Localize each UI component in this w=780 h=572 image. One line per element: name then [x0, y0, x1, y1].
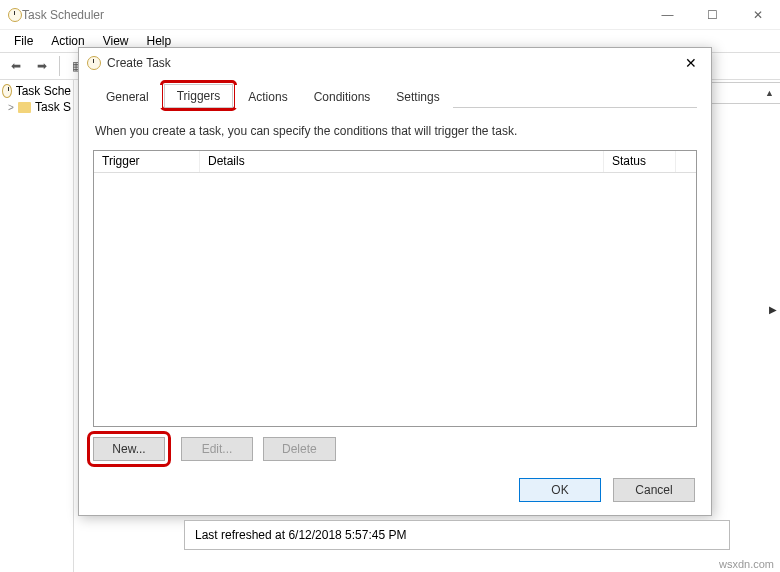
tab-conditions[interactable]: Conditions — [301, 85, 384, 108]
main-titlebar: Task Scheduler — ☐ ✕ — [0, 0, 780, 30]
dialog-body: General Triggers Actions Conditions Sett… — [79, 78, 711, 473]
back-button[interactable]: ⬅ — [4, 55, 28, 77]
tree-panel: Task Sche > Task S — [0, 80, 74, 572]
status-text: Last refreshed at 6/12/2018 5:57:45 PM — [195, 528, 406, 542]
tree-root-item[interactable]: Task Sche — [2, 84, 71, 98]
list-header: Trigger Details Status — [94, 151, 696, 173]
tab-actions[interactable]: Actions — [235, 85, 300, 108]
folder-icon — [18, 102, 31, 113]
edit-button: Edit... — [181, 437, 253, 461]
create-task-dialog: Create Task ✕ General Triggers Actions C… — [78, 47, 712, 516]
tree-child-item[interactable]: > Task S — [8, 100, 71, 114]
window-title: Task Scheduler — [22, 8, 645, 22]
tree-root-label: Task Sche — [16, 84, 71, 98]
watermark: wsxdn.com — [719, 558, 774, 570]
maximize-button[interactable]: ☐ — [690, 1, 735, 29]
column-spacer — [676, 151, 696, 172]
toolbar-separator — [59, 56, 60, 76]
dialog-titlebar: Create Task ✕ — [79, 48, 711, 78]
dialog-close-button[interactable]: ✕ — [675, 51, 707, 75]
tab-triggers[interactable]: Triggers — [164, 84, 234, 107]
trigger-buttons-row: New... Edit... Delete — [93, 437, 697, 461]
clock-icon — [8, 8, 22, 22]
tab-general[interactable]: General — [93, 85, 162, 108]
clock-icon — [2, 84, 12, 98]
delete-button: Delete — [263, 437, 336, 461]
close-button[interactable]: ✕ — [735, 1, 780, 29]
highlight-triggers-tab: Triggers — [160, 80, 238, 111]
dialog-footer: OK Cancel — [79, 473, 711, 515]
status-bar: Last refreshed at 6/12/2018 5:57:45 PM — [184, 520, 730, 550]
actions-pane-strip: ▲ — [710, 82, 780, 104]
collapse-triangle-icon: ▲ — [765, 88, 774, 98]
window-controls: — ☐ ✕ — [645, 1, 780, 29]
tab-row: General Triggers Actions Conditions Sett… — [93, 84, 697, 108]
actions-pane-header[interactable]: ▲ — [710, 82, 780, 104]
expander-icon[interactable]: > — [8, 102, 14, 113]
tab-settings[interactable]: Settings — [383, 85, 452, 108]
instructions-text: When you create a task, you can specify … — [93, 108, 697, 150]
cancel-button[interactable]: Cancel — [613, 478, 695, 502]
column-details[interactable]: Details — [200, 151, 604, 172]
forward-button[interactable]: ➡ — [30, 55, 54, 77]
clock-icon — [87, 56, 101, 70]
menu-file[interactable]: File — [6, 32, 41, 50]
ok-button[interactable]: OK — [519, 478, 601, 502]
column-status[interactable]: Status — [604, 151, 676, 172]
chevron-right-icon[interactable]: ▶ — [769, 304, 777, 315]
tree-child-label: Task S — [35, 100, 71, 114]
new-button[interactable]: New... — [93, 437, 165, 461]
column-trigger[interactable]: Trigger — [94, 151, 200, 172]
triggers-list[interactable]: Trigger Details Status — [93, 150, 697, 427]
minimize-button[interactable]: — — [645, 1, 690, 29]
highlight-new-button: New... — [87, 431, 171, 467]
dialog-title: Create Task — [107, 56, 675, 70]
